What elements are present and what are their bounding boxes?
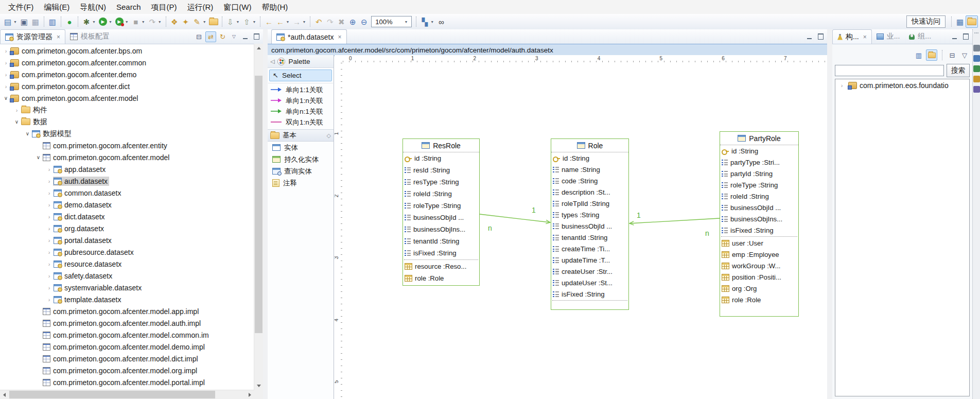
- tree-item-com-primeton-gocom-afcenter-model-auth-impl[interactable]: com.primeton.gocom.afcenter.model.auth.i…: [0, 317, 254, 329]
- entity-attribute-row[interactable]: partyId :String: [720, 168, 798, 179]
- entity-attribute-row[interactable]: isFixed :String: [403, 247, 479, 259]
- tree-item-com-primeton-gocom-afcenter-common[interactable]: ›com.primeton.gocom.afcenter.common: [0, 57, 254, 68]
- view-menu-icon[interactable]: ▽: [229, 32, 239, 42]
- resrole-role-association[interactable]: 1n: [480, 206, 550, 232]
- palette-tool-双向1-n关联[interactable]: 双向1:n关联: [268, 117, 334, 128]
- entity-header[interactable]: Role: [551, 139, 628, 152]
- minimize-icon[interactable]: [240, 32, 250, 42]
- minimized-view-icon-5[interactable]: [973, 86, 980, 93]
- entity-partyrole[interactable]: PartyRoleid :StringpartyType :Stri...par…: [720, 131, 799, 317]
- entity-reference-row[interactable]: org :Org: [720, 283, 798, 294]
- save-all-icon[interactable]: ▦: [30, 16, 41, 27]
- menu-navigate[interactable]: 导航(N): [75, 0, 111, 14]
- maximize-icon[interactable]: [252, 32, 261, 42]
- scroll-up-icon[interactable]: [254, 44, 263, 53]
- tree-item-template-datasetx[interactable]: ›template.datasetx: [0, 293, 254, 305]
- refresh-icon[interactable]: ↻: [218, 32, 227, 42]
- expand-icon[interactable]: ›: [45, 297, 53, 303]
- expand-icon[interactable]: ›: [45, 166, 53, 172]
- entity-attribute-row[interactable]: roleType :String: [403, 200, 479, 212]
- new-wizard-icon[interactable]: ▤: [2, 16, 13, 27]
- open-folder-icon[interactable]: [208, 16, 219, 27]
- tree-item-com-primeton-gocom-afcenter-dict[interactable]: ›com.primeton.gocom.afcenter.dict: [0, 80, 254, 92]
- entity-attribute-row[interactable]: id :String: [403, 152, 479, 164]
- tree-item-com-primeton-gocom-afcenter-model-org-impl[interactable]: com.primeton.gocom.afcenter.model.org.im…: [0, 365, 254, 376]
- minimized-view-icon-4[interactable]: [973, 76, 980, 82]
- expand-icon[interactable]: ›: [45, 190, 53, 196]
- right-sash[interactable]: [827, 29, 832, 399]
- view-menu-icon[interactable]: ▽: [959, 50, 970, 60]
- console-icon[interactable]: ▥: [47, 16, 58, 27]
- entity-attribute-row[interactable]: id :String: [551, 152, 628, 164]
- entity-attribute-row[interactable]: isFixed :String: [551, 288, 628, 300]
- zoom-out-icon[interactable]: ⊖: [358, 16, 370, 27]
- collapse-icon[interactable]: ∨: [2, 95, 10, 101]
- entity-attribute-row[interactable]: types :String: [551, 209, 628, 220]
- tree-horizontal-scrollbar[interactable]: [0, 390, 254, 399]
- palette-tool-select[interactable]: ↖ Select: [269, 70, 332, 81]
- close-icon[interactable]: ×: [338, 33, 342, 41]
- tree-item-eos-foundation[interactable]: › com.primeton.eos.foundatio: [835, 79, 969, 92]
- package-icon[interactable]: ❖: [169, 16, 180, 27]
- entity-header[interactable]: ResRole: [403, 139, 479, 152]
- pin-icon[interactable]: ◇: [327, 132, 331, 139]
- entity-attribute-row[interactable]: businessObjId ...: [720, 202, 798, 213]
- tree-item-com-primeton-gocom-afcenter-model-app-impl[interactable]: com.primeton.gocom.afcenter.model.app.im…: [0, 305, 254, 317]
- expand-icon[interactable]: ›: [45, 285, 53, 291]
- expand-icon[interactable]: ›: [838, 82, 846, 89]
- show-components-icon[interactable]: ▥: [914, 50, 924, 60]
- maximize-icon[interactable]: [961, 32, 971, 42]
- entity-attribute-row[interactable]: id :String: [720, 145, 798, 157]
- entity-attribute-row[interactable]: createUser :Str...: [551, 266, 628, 277]
- scroll-down-icon[interactable]: [254, 381, 263, 390]
- entity-reference-row[interactable]: resource :Reso...: [403, 261, 479, 272]
- editor-tab-auth-datasetx[interactable]: *auth.datasetx ×: [271, 29, 347, 44]
- collapse-icon[interactable]: ∨: [13, 119, 21, 125]
- menu-edit[interactable]: 编辑(E): [39, 0, 75, 14]
- entity-attribute-row[interactable]: partyType :Stri...: [720, 157, 798, 168]
- palette-header[interactable]: ◁ Palette: [268, 55, 334, 68]
- tree-item-数据[interactable]: ∨数据: [0, 116, 254, 128]
- menu-help[interactable]: 帮助(H): [257, 0, 293, 14]
- entity-reference-row[interactable]: user :User: [720, 237, 798, 249]
- entity-attribute-row[interactable]: code :String: [551, 175, 628, 186]
- tree-vertical-scrollbar[interactable]: [254, 44, 263, 390]
- menu-run[interactable]: 运行(R): [182, 0, 219, 14]
- quick-access-button[interactable]: 快速访问: [906, 15, 946, 28]
- package-search-icon[interactable]: ✦: [180, 16, 191, 27]
- expand-icon[interactable]: ›: [2, 60, 10, 66]
- eos-server-icon[interactable]: ●: [64, 16, 75, 27]
- tree-item-resource-datasetx[interactable]: ›resource.datasetx: [0, 258, 254, 270]
- entity-reference-row[interactable]: workGroup :W...: [720, 260, 798, 271]
- minimize-icon[interactable]: [804, 32, 814, 42]
- step-icon[interactable]: ↷: [147, 16, 158, 27]
- entity-attribute-row[interactable]: roleId :String: [720, 190, 798, 202]
- collapse-all-icon[interactable]: ⊟: [194, 32, 204, 42]
- entity-attribute-row[interactable]: roleTplId :String: [551, 198, 628, 209]
- palette-tool-单向1-n关联[interactable]: 单向1:n关联: [268, 95, 334, 106]
- tree-item-com-primeton-gocom-afcenter-model-portal-impl[interactable]: com.primeton.gocom.afcenter.model.portal…: [0, 376, 254, 388]
- zoom-level-combo[interactable]: 100%▼: [371, 16, 412, 27]
- entity-attribute-row[interactable]: name :String: [551, 164, 628, 175]
- scroll-left-icon[interactable]: [0, 390, 9, 399]
- tree-item-com-primeton-gocom-afcenter-model-dict-impl[interactable]: com.primeton.gocom.afcenter.model.dict.i…: [0, 353, 254, 365]
- expand-icon[interactable]: ›: [45, 249, 53, 255]
- palette-tool-注释[interactable]: 注释: [268, 177, 334, 189]
- tab-organization[interactable]: 组...: [904, 29, 936, 44]
- palette-tool-单向1-1关联[interactable]: 单向1:1关联: [268, 84, 334, 95]
- entity-attribute-row[interactable]: roleType :String: [720, 179, 798, 190]
- entity-reference-row[interactable]: role :Role: [720, 294, 798, 305]
- entity-attribute-row[interactable]: resType :String: [403, 176, 479, 188]
- export-icon[interactable]: ⇧: [241, 16, 253, 27]
- diagram-canvas[interactable]: 1n1nResRoleid :StringresId :StringresTyp…: [342, 62, 827, 399]
- entity-resrole[interactable]: ResRoleid :StringresId :StringresType :S…: [402, 138, 480, 286]
- minimized-view-icon-1[interactable]: [973, 45, 980, 51]
- entity-attribute-row[interactable]: tenantId :String: [551, 232, 628, 243]
- expand-icon[interactable]: ›: [45, 237, 53, 244]
- entity-reference-row[interactable]: emp :Employee: [720, 249, 798, 260]
- menu-project[interactable]: 项目(P): [146, 0, 182, 14]
- scroll-right-icon[interactable]: [246, 390, 254, 399]
- palette-section-basic[interactable]: 基本 ◇: [268, 129, 334, 142]
- tree-item-dict-datasetx[interactable]: ›dict.datasetx: [0, 211, 254, 222]
- tree-item-com-primeton-gocom-afcenter-model-demo-impl[interactable]: com.primeton.gocom.afcenter.model.demo.i…: [0, 341, 254, 353]
